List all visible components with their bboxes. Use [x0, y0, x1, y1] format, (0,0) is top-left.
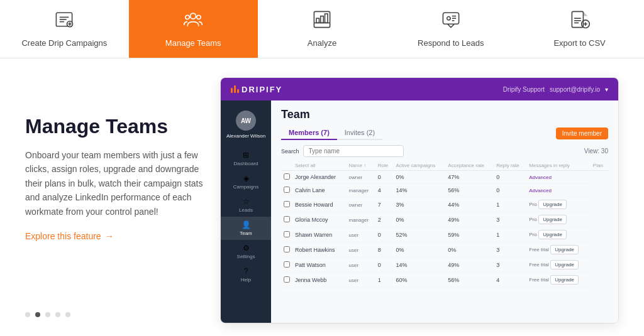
dot-5[interactable]	[65, 312, 70, 317]
row-plan: Free trial Upgrade	[526, 242, 591, 257]
nav-item-respond-leads[interactable]: Respond to Leads	[386, 0, 515, 58]
nav-label-manage-teams: Manage Teams	[165, 38, 221, 48]
row-checkbox[interactable]	[284, 231, 290, 237]
nav-item-analyze[interactable]: Analyze	[258, 0, 387, 58]
row-messages: 0	[494, 184, 526, 197]
dropdown-icon: ▾	[605, 86, 608, 93]
row-checkbox[interactable]	[284, 201, 290, 207]
row-name: Jenna Webb	[292, 273, 347, 288]
svg-point-16	[447, 17, 450, 20]
header-right: Dripify Support support@dripify.io ▾	[503, 86, 608, 93]
dot-1[interactable]	[25, 312, 30, 317]
nav-label-analyze: Analyze	[308, 38, 336, 48]
col-plan[interactable]: Plan	[591, 161, 608, 171]
row-reply: 56%	[445, 273, 494, 288]
row-checkbox-cell	[281, 197, 292, 212]
sidebar-item-dashboard[interactable]: ⊞ Dashboard	[221, 147, 271, 170]
row-checkbox[interactable]	[284, 246, 290, 252]
row-reply: 59%	[445, 227, 494, 242]
sidebar-user: AW Alexander Wilson	[221, 106, 271, 144]
nav-item-manage-teams[interactable]: Manage Teams	[129, 0, 258, 58]
stripe-3	[237, 89, 239, 93]
row-role: owner	[347, 197, 375, 212]
col-name[interactable]: Name ↑	[347, 161, 375, 171]
nav-item-export-csv[interactable]: Export to CSV	[515, 0, 644, 58]
stripe-2	[234, 85, 236, 93]
help-sidebar-icon: ?	[244, 267, 248, 276]
row-checkbox[interactable]	[284, 276, 290, 283]
page-description: Onboard your team members with just a fe…	[25, 148, 208, 219]
sidebar-item-team[interactable]: 👤 Team	[221, 217, 271, 240]
row-reply: 47%	[445, 171, 494, 184]
row-role: manager	[347, 184, 375, 197]
row-checkbox[interactable]	[284, 216, 290, 222]
tab-invites[interactable]: Invites (2)	[337, 126, 382, 140]
app-main: Team Members (7) Invites (2) Invite memb…	[271, 100, 618, 323]
campaigns-icon	[53, 8, 75, 33]
row-messages: 1	[494, 197, 526, 212]
invite-member-button[interactable]: Invite member	[556, 127, 608, 139]
tab-members[interactable]: Members (7)	[281, 126, 337, 140]
sidebar-item-campaigns[interactable]: ◈ Campaigns	[221, 170, 271, 193]
row-checkbox[interactable]	[284, 173, 290, 180]
upgrade-button[interactable]: Upgrade	[550, 275, 579, 285]
row-reply: 49%	[445, 257, 494, 273]
upgrade-button[interactable]: Upgrade	[538, 230, 567, 239]
explore-link[interactable]: Explore this feature →	[25, 231, 208, 241]
table-row: Bessie Howard owner 7 3% 44% 1 Pro Upgra…	[281, 197, 608, 212]
search-input[interactable]	[303, 145, 404, 157]
row-active: 1	[375, 273, 394, 288]
analyze-icon	[311, 8, 333, 33]
sidebar-item-leads[interactable]: ☆ Leads	[221, 193, 271, 217]
col-messages[interactable]: Messages in reply	[526, 161, 591, 171]
row-checkbox-cell	[281, 212, 292, 227]
dot-3[interactable]	[45, 312, 50, 317]
page-title: Manage Teams	[25, 115, 208, 138]
support-label: Dripify Support	[503, 86, 545, 93]
row-acceptance: 0%	[393, 242, 445, 257]
sidebar-item-help[interactable]: ? Help	[221, 263, 271, 286]
row-acceptance: 14%	[393, 257, 445, 273]
col-role[interactable]: Role	[375, 161, 394, 171]
svg-point-9	[197, 15, 201, 19]
app-sidebar: AW Alexander Wilson ⊞ Dashboard ◈ Campai…	[221, 100, 271, 323]
nav-item-create-drip[interactable]: Create Drip Campaigns	[0, 0, 129, 58]
row-name: Shawn Warren	[292, 227, 347, 242]
row-checkbox[interactable]	[284, 187, 290, 193]
top-nav: Create Drip Campaigns Manage Teams	[0, 0, 644, 58]
plan-badge: Advanced	[529, 175, 552, 180]
row-messages: 3	[494, 257, 526, 273]
table-row: Patt Watson user 0 14% 49% 3 Free trial …	[281, 257, 608, 273]
row-messages: 3	[494, 212, 526, 227]
row-plan: Advanced	[526, 184, 591, 197]
upgrade-button[interactable]: Upgrade	[538, 200, 567, 209]
row-acceptance: 0%	[393, 212, 445, 227]
row-checkbox[interactable]	[284, 261, 290, 268]
col-acceptance[interactable]: Acceptance rate	[445, 161, 494, 171]
upgrade-button[interactable]: Upgrade	[538, 215, 567, 224]
svg-point-7	[191, 13, 196, 19]
dot-4[interactable]	[55, 312, 60, 317]
col-reply[interactable]: Reply rate	[494, 161, 526, 171]
support-email: support@dripify.io	[550, 86, 600, 93]
row-acceptance: 3%	[393, 197, 445, 212]
sidebar-item-settings[interactable]: ⚙ Settings	[221, 240, 271, 263]
upgrade-button[interactable]: Upgrade	[550, 260, 579, 269]
view-select[interactable]: View: 30	[584, 148, 608, 154]
team-title: Team	[281, 108, 608, 121]
table-row: Jorge Alexander owner 0 0% 47% 0 Advance…	[281, 171, 608, 184]
svg-point-8	[186, 15, 189, 19]
col-select-all: Select all	[292, 161, 347, 171]
svg-rect-13	[321, 16, 324, 23]
upgrade-button[interactable]: Upgrade	[550, 245, 579, 254]
row-active: 0	[375, 257, 394, 273]
row-role: owner	[347, 171, 375, 184]
leads-icon	[440, 8, 462, 33]
row-active: 2	[375, 212, 394, 227]
table-row: Jenna Webb user 1 60% 56% 4 Free trial U…	[281, 273, 608, 288]
row-active: 8	[375, 242, 394, 257]
table-row: Shawn Warren user 0 52% 59% 1 Pro Upgrad…	[281, 227, 608, 242]
col-active[interactable]: Active campaigns	[393, 161, 445, 171]
row-checkbox-cell	[281, 184, 292, 197]
dot-2[interactable]	[35, 312, 40, 317]
